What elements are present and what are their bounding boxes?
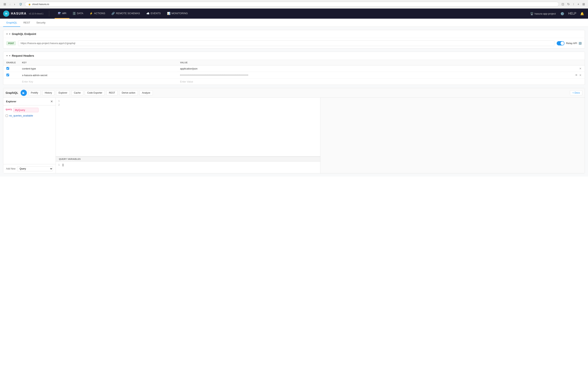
hasura-logo[interactable]: H HASURA v2.12.0-cloud.1 bbox=[3, 10, 43, 17]
nav-data[interactable]: 🗄️ DATA bbox=[69, 8, 86, 19]
response-area bbox=[320, 98, 585, 173]
rest-button[interactable]: REST bbox=[106, 90, 118, 95]
row2-enable-cell bbox=[3, 72, 19, 79]
prettify-label: Prettify bbox=[31, 92, 38, 94]
docs-button[interactable]: < Docs bbox=[570, 90, 582, 95]
explorer-title: Explorer bbox=[6, 100, 16, 103]
row2-delete-icon[interactable]: ✕ bbox=[579, 74, 582, 77]
help-btn[interactable]: HELP bbox=[567, 11, 577, 16]
line-num-1: 1 bbox=[56, 99, 62, 103]
tab-security-label: Security bbox=[36, 21, 45, 24]
run-query-button[interactable]: ▶ bbox=[21, 90, 27, 96]
endpoint-section-header[interactable]: ▾ ▾ GraphQL Endpoint bbox=[3, 30, 585, 38]
query-type-label: query bbox=[6, 108, 12, 111]
row1-delete-icon[interactable]: ✕ bbox=[579, 67, 582, 70]
add-new-label: Add New bbox=[6, 167, 16, 170]
history-button[interactable]: History bbox=[42, 90, 54, 95]
share-btn[interactable]: ↑ bbox=[572, 2, 575, 6]
shield-icon: 🛡️ bbox=[19, 3, 22, 6]
analyze-button[interactable]: Analyze bbox=[139, 90, 153, 95]
row3-key-cell[interactable]: Enter Key bbox=[19, 79, 177, 85]
row2-key: x-hasura-admin-secret bbox=[22, 74, 47, 77]
explorer-label: Explorer bbox=[59, 92, 67, 94]
notifications-btn[interactable]: 🔔 bbox=[579, 11, 585, 16]
col-key: KEY bbox=[19, 60, 177, 66]
cast-btn[interactable]: ⊡ bbox=[561, 2, 565, 6]
tab-graphiql[interactable]: GraphiQL bbox=[3, 19, 20, 27]
row1-enable-checkbox[interactable] bbox=[6, 67, 9, 70]
line-num-2: 2 bbox=[56, 103, 62, 107]
query-variables-bar[interactable]: QUERY VARIABLES bbox=[56, 157, 320, 162]
row2-eye-icon[interactable]: 👁 bbox=[575, 74, 578, 77]
cache-button[interactable]: Cache bbox=[71, 90, 83, 95]
graphiql-toolbar: GraphiQL ▶ Prettify History Explorer Cac… bbox=[3, 88, 585, 98]
remote-schemas-icon: 🔗 bbox=[112, 12, 115, 15]
prettify-button[interactable]: Prettify bbox=[28, 90, 41, 95]
nav-actions-label: ACTIONS bbox=[94, 12, 105, 15]
row3-key-placeholder: Enter Key bbox=[22, 80, 33, 83]
graphiql-container: GraphiQL ▶ Prettify History Explorer Cac… bbox=[3, 88, 585, 173]
hasura-version: v2.12.0-cloud.1 bbox=[29, 12, 43, 15]
add-new-select[interactable]: Query Mutation Subscription bbox=[17, 166, 53, 171]
query-name-input[interactable] bbox=[13, 108, 38, 112]
explorer-close-button[interactable]: ✕ bbox=[50, 100, 53, 103]
relay-info-icon[interactable]: ℹ️ bbox=[579, 42, 582, 45]
query-vars-editor[interactable]: 1 bbox=[56, 162, 320, 173]
reload-btn[interactable]: ↻ bbox=[566, 2, 571, 6]
cursor bbox=[63, 164, 63, 167]
extensions-btn[interactable]: ⊞ bbox=[582, 2, 586, 6]
relay-toggle-switch[interactable] bbox=[557, 41, 564, 45]
row3-enable-cell bbox=[3, 79, 19, 85]
project-name: hasura-app-project bbox=[535, 12, 556, 15]
query-row: query bbox=[6, 108, 53, 112]
row2-value-cell: ••••••••••••••••••••••••••••••••••••••••… bbox=[177, 72, 585, 78]
address-bar[interactable]: 🔒 cloud.hasura.io bbox=[25, 2, 559, 7]
code-exporter-button[interactable]: Code Exporter bbox=[85, 90, 105, 95]
tab-rest[interactable]: REST bbox=[20, 19, 33, 27]
cache-label: Cache bbox=[74, 92, 81, 94]
endpoint-section: ▾ ▾ GraphQL Endpoint POST Relay API ℹ️ bbox=[3, 30, 585, 49]
tab-rest-label: REST bbox=[23, 21, 30, 24]
sidebar-toggle-btn[interactable]: ⊞ bbox=[2, 2, 7, 6]
nav-remote-schemas[interactable]: 🔗 REMOTE SCHEMAS bbox=[108, 8, 143, 19]
nav-actions[interactable]: ⚡ ACTIONS bbox=[86, 8, 108, 19]
code-editor[interactable]: 1 2 bbox=[56, 98, 320, 157]
relay-toggle: Relay API ℹ️ bbox=[557, 41, 582, 45]
table-row: Enter Key Enter Value bbox=[3, 79, 585, 85]
query-item-row: no_queries_available bbox=[6, 114, 53, 117]
endpoint-url-input[interactable] bbox=[18, 40, 554, 46]
row1-value: application/json bbox=[180, 67, 198, 70]
method-badge: POST bbox=[6, 41, 16, 45]
tab-security[interactable]: Security bbox=[33, 19, 49, 27]
row1-value-cell: application/json ✕ bbox=[177, 66, 585, 72]
settings-btn[interactable]: ⚙️ bbox=[560, 11, 565, 16]
vars-line-num-1: 1 bbox=[56, 163, 62, 167]
query-item-checkbox[interactable] bbox=[6, 115, 8, 117]
explorer-button[interactable]: Explorer bbox=[56, 90, 70, 95]
endpoint-chevron-inner: ▾ bbox=[9, 33, 10, 35]
data-icon: 🗄️ bbox=[72, 12, 76, 15]
hasura-logo-icon: H bbox=[3, 10, 9, 17]
new-tab-btn[interactable]: + bbox=[577, 2, 580, 6]
editor-line-2: 2 bbox=[56, 103, 320, 107]
browser-actions: ⊡ ↻ ↑ + ⊞ bbox=[561, 2, 586, 6]
row3-value-placeholder: Enter Value bbox=[180, 80, 193, 83]
row2-value: ••••••••••••••••••••••••••••••••••••••••… bbox=[180, 74, 249, 76]
app-header: H HASURA v2.12.0-cloud.1 ⚗️ API 🗄️ DATA … bbox=[0, 8, 588, 19]
nav-api[interactable]: ⚗️ API bbox=[55, 8, 69, 19]
nav-monitoring[interactable]: 📊 MONITORING bbox=[164, 8, 191, 19]
derive-action-button[interactable]: Derive action bbox=[119, 90, 138, 95]
nav-monitoring-label: MONITORING bbox=[172, 12, 188, 15]
lock-icon: 🔒 bbox=[28, 3, 31, 5]
headers-section-header[interactable]: ▾ ▾ Request Headers bbox=[3, 52, 585, 60]
table-row: content-type application/json ✕ bbox=[3, 66, 585, 72]
row2-enable-checkbox[interactable] bbox=[6, 74, 9, 76]
vars-line-1: 1 bbox=[56, 163, 320, 167]
row3-value-cell[interactable]: Enter Value bbox=[177, 79, 585, 85]
rest-label: REST bbox=[109, 92, 115, 94]
nav-events[interactable]: ☁️ EVENTS bbox=[143, 8, 164, 19]
col-enable: ENABLE bbox=[3, 60, 19, 66]
forward-btn[interactable]: › bbox=[13, 2, 16, 6]
back-btn[interactable]: ‹ bbox=[8, 2, 12, 6]
project-selector[interactable]: 🖥️ hasura-app-project bbox=[529, 11, 557, 16]
